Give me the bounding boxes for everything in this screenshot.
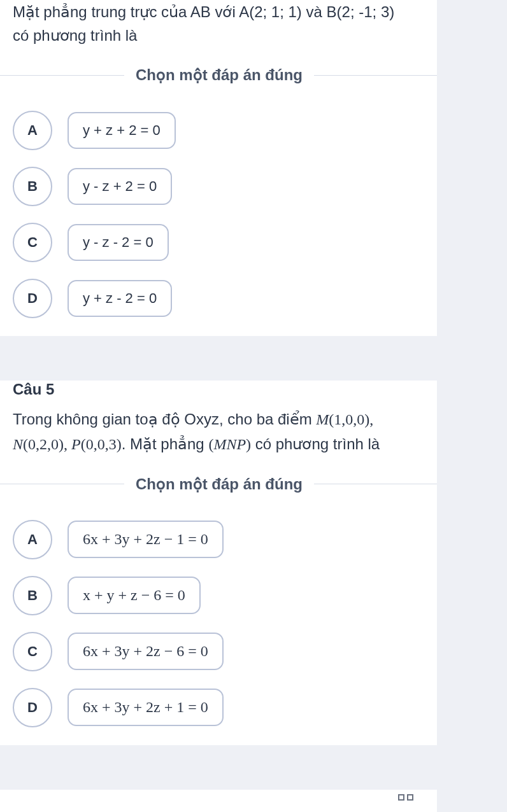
option-d[interactable]: D 6x + 3y + 2z + 1 = 0 [13,688,424,727]
qr-icon[interactable] [397,794,423,809]
math-m: M(1,0,0), [316,411,373,428]
option-label: y + z + 2 = 0 [68,112,176,149]
question-text: Mặt phẳng trung trực của AB với A(2; 1; … [13,0,424,47]
instruction-divider: Chọn một đáp án đúng [0,66,437,84]
option-letter: B [13,167,52,206]
option-letter: C [13,223,52,262]
option-label: 6x + 3y + 2z − 6 = 0 [68,633,224,670]
question-title: Câu 5 [13,381,424,398]
option-letter: D [13,688,52,727]
option-letter: D [13,279,52,318]
option-label: 6x + 3y + 2z + 1 = 0 [68,689,224,726]
svg-rect-0 [399,795,404,800]
question-card-5: Câu 5 Trong không gian toạ độ Oxyz, cho … [0,381,437,745]
options-list: A y + z + 2 = 0 B y - z + 2 = 0 C y - z … [13,108,424,318]
option-label: y - z - 2 = 0 [68,224,169,261]
question-text-line2: có phương trình là [13,27,137,44]
option-letter: A [13,111,52,150]
divider-line-right [314,75,437,76]
option-b[interactable]: B x + y + z − 6 = 0 [13,576,424,615]
instruction-divider: Chọn một đáp án đúng [0,475,437,493]
question-text-part3: có phương trình là [251,435,380,452]
option-a[interactable]: A 6x + 3y + 2z − 1 = 0 [13,520,424,559]
question-text-line1: Mặt phẳng trung trực của AB với A(2; 1; … [13,3,394,20]
option-label: y + z - 2 = 0 [68,280,172,317]
option-d[interactable]: D y + z - 2 = 0 [13,279,424,318]
option-label: x + y + z − 6 = 0 [68,577,201,614]
option-letter: A [13,520,52,559]
question-text-part2: . Mặt phẳng [122,435,209,452]
bottom-bar [0,790,437,812]
math-p: P(0,0,3) [71,436,122,452]
math-n: N(0,2,0), [13,436,71,452]
instruction-text: Chọn một đáp án đúng [124,475,314,493]
divider-line-left [0,484,124,484]
question-card-4: Mặt phẳng trung trực của AB với A(2; 1; … [0,0,437,336]
option-letter: B [13,576,52,615]
divider-line-left [0,75,124,76]
question-text-part1: Trong không gian toạ độ Oxyz, cho ba điể… [13,410,316,428]
question-text: Trong không gian toạ độ Oxyz, cho ba điể… [13,407,424,456]
option-label: 6x + 3y + 2z − 1 = 0 [68,521,224,558]
svg-rect-1 [408,795,413,800]
divider-line-right [314,484,437,484]
options-list: A 6x + 3y + 2z − 1 = 0 B x + y + z − 6 =… [13,517,424,727]
instruction-text: Chọn một đáp án đúng [124,66,314,84]
option-b[interactable]: B y - z + 2 = 0 [13,167,424,206]
option-letter: C [13,632,52,671]
option-c[interactable]: C 6x + 3y + 2z − 6 = 0 [13,632,424,671]
option-a[interactable]: A y + z + 2 = 0 [13,111,424,150]
math-mnp: (MNP) [208,436,251,452]
option-c[interactable]: C y - z - 2 = 0 [13,223,424,262]
option-label: y - z + 2 = 0 [68,168,172,205]
